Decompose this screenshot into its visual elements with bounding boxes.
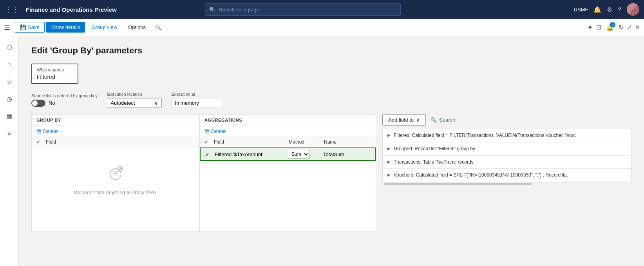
agg-method-col-header: Method [289,139,324,145]
sidebar-recent-icon[interactable]: ◷ [2,91,17,107]
global-search-input[interactable] [219,7,396,13]
page-toolbar: ☰ 💾 Save Show details Group view Options… [0,19,644,36]
delete-icon: 🗑 [36,128,42,134]
save-icon: 💾 [20,24,26,30]
agg-method-select[interactable]: Sum [288,150,309,159]
expand-icon[interactable]: ⤢ [627,24,632,31]
source-list-label: Source list is ordered by group key [31,93,98,98]
toggle-value: No [49,100,55,106]
panels-row: GROUP BY 🗑 Delete ✓ Field [31,114,631,232]
svg-point-0 [110,169,121,180]
agg-row-field[interactable]: Filtered.'$TaxAmount' [215,151,288,157]
toolbar-right-actions: ✦ ⊡ 🔔 0 ↻ ⤢ ✕ [587,22,640,33]
toggle-row: No [31,100,98,107]
global-search-bar[interactable]: 🔍 [205,3,401,16]
close-icon[interactable]: ✕ [635,24,640,31]
ds-text-3: Vouchers: Calculated field = SPLIT("INV-… [394,172,626,179]
aggregation-row: ✓ Filtered.'$TaxAmount' Sum TotalSum [200,148,376,161]
ds-arrow-3: ▶ [387,172,391,177]
sidebar-favorites-icon[interactable]: ☆ [2,74,17,89]
notification-count: 0 [610,22,615,27]
ds-text-2: Transactions: Table 'TaxTrans' records [394,159,626,166]
settings-icon[interactable]: ⚙ [607,6,612,13]
group-by-empty-state: We didn't find anything to show here. [32,148,199,211]
source-list-control: Source list is ordered by group key No [31,93,98,107]
add-field-to-button[interactable]: Add field to ∨ [382,114,426,126]
chevron-down-icon: ∨ [154,100,158,106]
sidebar-workspaces-icon[interactable]: ▦ [2,108,17,124]
right-search-icon: 🔍 [431,117,437,123]
empty-icon [106,163,125,186]
what-to-group-box[interactable]: What to group Filtered [31,64,78,84]
agg-row-check[interactable]: ✓ [205,151,215,157]
notifications-badge-btn[interactable]: 🔔 0 [604,22,615,33]
sidebar-home-icon[interactable]: ⌂ [2,56,17,72]
agg-row-method: Sum [288,150,323,159]
hamburger-icon[interactable]: ☰ [4,23,10,32]
agg-delete-icon: 🗑 [204,128,210,134]
app-title: Finance and Operations Preview [26,6,117,13]
help-icon[interactable]: ? [618,6,621,13]
field-col-header: Field [46,139,195,145]
agg-col-header: ✓ Field Method Name [200,137,376,148]
agg-name-col-header: Name [324,139,371,145]
group-by-panel: GROUP BY 🗑 Delete ✓ Field [31,114,200,232]
execution-at-label: Execution at [171,92,222,97]
top-navigation: ⋮⋮ Finance and Operations Preview 🔍 USMF… [0,0,644,19]
what-to-group-label: What to group [37,67,73,72]
group-by-header: GROUP BY [32,115,199,126]
execution-location-select[interactable]: Autodetect ∨ [107,98,162,108]
empty-message: We didn't find anything to show here. [74,189,157,195]
execution-location-value: Autodetect [110,100,135,106]
aggregations-toolbar: 🗑 Delete [200,126,376,137]
group-by-delete-button[interactable]: 🗑 Delete [36,128,58,134]
sidebar-modules-icon[interactable]: ≡ [2,126,17,141]
right-top-row: Add field to ∨ 🔍 Search [382,114,631,126]
ds-item-2[interactable]: ▶ Transactions: Table 'TaxTrans' records [383,156,631,169]
left-sidebar: ⬡ ⌂ ☆ ◷ ▦ ≡ [0,36,19,266]
source-list-toggle[interactable] [31,100,45,107]
ds-item-3[interactable]: ▶ Vouchers: Calculated field = SPLIT("IN… [383,169,631,182]
group-by-col-header: ✓ Field [32,137,199,148]
personalize-icon[interactable]: ✦ [587,23,593,32]
controls-row: Source list is ordered by group key No E… [31,92,631,108]
org-label: USMF [574,7,588,13]
app-grid-icon[interactable]: ⋮⋮ [5,5,19,14]
aggregations-delete-button[interactable]: 🗑 Delete [204,128,226,134]
search-icon: 🔍 [209,7,215,13]
toolbar-search-icon[interactable]: 🔍 [155,24,161,30]
search-button[interactable]: 🔍 Search [431,117,455,123]
show-details-button[interactable]: Show details [46,22,85,33]
execution-location-control: Execution location Autodetect ∨ [107,92,162,108]
agg-check-col-header: ✓ [204,139,214,145]
user-avatar[interactable] [627,3,639,16]
split-view-icon[interactable]: ⊡ [596,24,601,31]
execution-location-label: Execution location [107,92,162,97]
refresh-icon[interactable]: ↻ [619,24,624,31]
agg-field-col-header: Field [214,139,289,145]
add-field-label: Add field to [388,117,414,123]
options-button[interactable]: Options [123,22,150,32]
page-title: Edit 'Group By' parameters [31,46,631,56]
ds-arrow-0: ▶ [387,132,391,137]
agg-row-name[interactable]: TotalSum [323,151,370,157]
save-button[interactable]: 💾 Save [15,22,45,33]
aggregations-header: AGGREGATIONS [200,115,376,126]
main-content: Edit 'Group By' parameters What to group… [19,36,644,266]
ds-item-0[interactable]: ▶ Filtered: Calculated field = FILTER(Tr… [383,129,631,142]
right-panel: Add field to ∨ 🔍 Search ▶ Filtered: Calc… [382,114,631,232]
notifications-icon[interactable]: 🔔 [593,6,601,13]
sidebar-filter-icon[interactable]: ⬡ [2,39,17,55]
ds-text-1: Grouped: Record list 'Filtered' group by [394,146,626,152]
ds-text-0: Filtered: Calculated field = FILTER(Tran… [394,132,626,139]
data-source-list: ▶ Filtered: Calculated field = FILTER(Tr… [382,129,631,182]
execution-at-value: In memory [171,98,222,108]
ds-item-1[interactable]: ▶ Grouped: Record list 'Filtered' group … [383,142,631,156]
group-by-toolbar: 🗑 Delete [32,126,199,137]
horizontal-scrollbar[interactable] [384,183,532,185]
add-field-chevron-icon: ∨ [416,117,420,123]
group-view-button[interactable]: Group view [87,22,122,32]
what-to-group-value: Filtered [37,74,73,80]
execution-at-control: Execution at In memory [171,92,222,108]
scrollbar-row [382,182,631,186]
